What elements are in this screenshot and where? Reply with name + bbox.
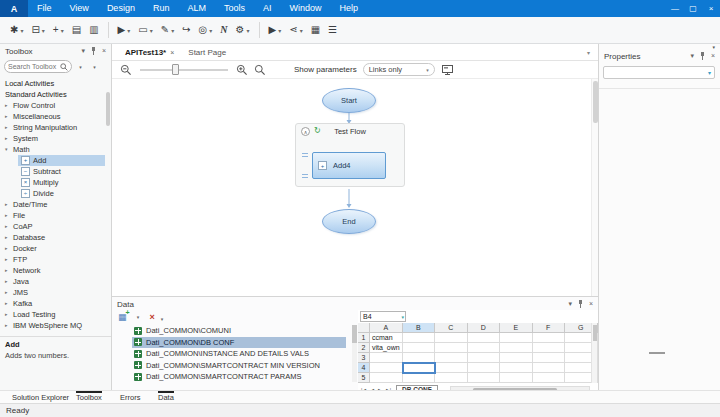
add-data-dropdown[interactable]: ▾ [133,311,144,324]
menu-ai[interactable]: AI [254,0,281,17]
record-button[interactable]: ◎▾ [195,20,217,40]
cell[interactable] [533,373,566,383]
cell[interactable] [468,363,501,373]
close-tab-icon[interactable]: × [170,44,174,61]
toolbox-item-add[interactable]: +Add [18,155,105,166]
tab-overflow-icon[interactable]: ▾ [587,49,590,56]
menu-run[interactable]: Run [144,0,179,17]
cell[interactable] [500,353,533,363]
flow-canvas[interactable]: Start ∧ ↻ Test Flow + Add4 End [112,79,598,296]
toolbox-section-standard-activities[interactable]: Standard Activities [0,89,105,100]
copy-button[interactable]: ▥ [85,20,102,40]
panel-dock-icon[interactable]: ▾ [712,44,715,50]
parameters-select[interactable]: Links only ▾ [363,63,435,76]
toolbox-item-string-manipulation[interactable]: ▸String Manipulation [0,122,105,133]
chevron-down-icon[interactable]: ▾ [5,144,13,155]
step-button[interactable]: ▶▾ [265,20,286,40]
chevron-right-icon[interactable]: ▸ [5,243,13,254]
search-options-dropdown[interactable]: ▾ [89,60,100,73]
row-header-1[interactable]: 1 [358,333,370,343]
menu-help[interactable]: Help [330,0,367,17]
data-item-smartcontract-params[interactable]: Dati_COMMON\SMARTCONTRACT PARAMS [132,371,346,383]
chevron-right-icon[interactable]: ▸ [5,320,13,331]
tab-apitest13[interactable]: APITest13* × [118,44,181,61]
cell[interactable] [500,363,533,373]
zoom-in-icon[interactable] [236,64,248,76]
close-icon[interactable]: × [711,51,715,61]
settings-button[interactable]: ⚙▾ [232,20,254,40]
menu-view[interactable]: View [61,0,98,17]
data-item-db-conf[interactable]: Dati_COMMON\DB CONF [132,337,346,349]
toolbox-item-database[interactable]: ▸Database [0,232,105,243]
search-filter-dropdown[interactable]: ▾ [75,60,86,73]
toolbox-item-network[interactable]: ▸Network [0,265,105,276]
grid-corner[interactable] [358,323,370,333]
cell-B4-selected[interactable] [403,363,436,373]
redo-button[interactable]: ↪ [178,20,194,40]
row-header-3[interactable]: 3 [358,353,370,363]
add4-activity-node[interactable]: + Add4 [312,152,386,179]
add-data-table-button[interactable]: ▦+ [118,312,127,322]
cell-reference-input[interactable] [361,313,393,320]
panel-menu-icon[interactable]: ▾ [568,299,572,309]
cell[interactable] [435,333,468,343]
cell[interactable] [533,343,566,353]
cell[interactable] [533,333,566,343]
data-list-scrollbar[interactable] [352,325,357,382]
cell[interactable] [533,363,566,373]
maximize-icon[interactable]: ▢ [684,0,702,17]
toolbox-item-java[interactable]: ▸Java [0,276,105,287]
cell[interactable] [468,343,501,353]
minimize-icon[interactable]: — [666,0,684,17]
panel-menu-icon[interactable]: ▾ [81,46,85,56]
cell[interactable] [435,363,468,373]
spreadsheet-vscrollbar[interactable] [591,323,597,383]
menu-design[interactable]: Design [98,0,144,17]
cell[interactable] [403,333,436,343]
paste-button[interactable]: ▤ [68,20,85,40]
menu-tools[interactable]: Tools [215,0,254,17]
save-button[interactable]: ⊟▾ [27,20,48,40]
menu-file[interactable]: File [28,0,61,17]
start-node[interactable]: Start [322,88,376,113]
row-header-2[interactable]: 2 [358,343,370,353]
column-header-b[interactable]: B [403,323,436,333]
container-button[interactable]: ▭▾ [134,20,156,40]
cell-name-box[interactable]: ▾ [360,311,406,322]
cell[interactable] [435,343,468,353]
tab-start-page[interactable]: Start Page [181,44,233,61]
chevron-right-icon[interactable]: ▸ [5,232,13,243]
cell[interactable] [370,353,403,363]
chevron-right-icon[interactable]: ▸ [5,199,13,210]
menu-alm[interactable]: ALM [178,0,215,17]
toolbox-item-divide[interactable]: ÷Divide [18,188,105,199]
cell[interactable] [403,353,436,363]
toolbox-item-file[interactable]: ▸File [0,210,105,221]
toolbox-item-math[interactable]: ▾Math [0,144,105,155]
zoom-fit-icon[interactable] [254,64,266,76]
toolbox-item-coap[interactable]: ▸CoAP [0,221,105,232]
chevron-right-icon[interactable]: ▸ [5,287,13,298]
monitor-icon[interactable] [441,64,454,76]
chevron-right-icon[interactable]: ▸ [5,276,13,287]
data-item-instance-and-details-vals[interactable]: Dati_COMMON\INSTANCE AND DETAILS VALS [132,348,346,360]
zoom-out-icon[interactable] [120,64,132,76]
tab-errors[interactable]: Errors [120,391,140,402]
pin-icon[interactable] [577,300,584,309]
canvas-scrollbar[interactable] [591,79,598,296]
zoom-slider[interactable] [140,64,228,75]
toolbox-item-jms[interactable]: ▸JMS [0,287,105,298]
chevron-right-icon[interactable]: ▸ [5,133,13,144]
toolbox-item-miscellaneous[interactable]: ▸Miscellaneous [0,111,105,122]
note-button[interactable]: N [216,20,231,40]
chevron-right-icon[interactable]: ▸ [5,298,13,309]
toolbox-item-load-testing[interactable]: ▸Load Testing [0,309,105,320]
toolbox-item-ftp[interactable]: ▸FTP [0,254,105,265]
end-node[interactable]: End [322,209,376,234]
splitter-grip[interactable] [649,352,665,354]
chevron-right-icon[interactable]: ▸ [5,210,13,221]
cell[interactable] [500,373,533,383]
chevron-right-icon[interactable]: ▸ [5,100,13,111]
row-header-5[interactable]: 5 [358,373,370,383]
toolbox-item-kafka[interactable]: ▸Kafka [0,298,105,309]
